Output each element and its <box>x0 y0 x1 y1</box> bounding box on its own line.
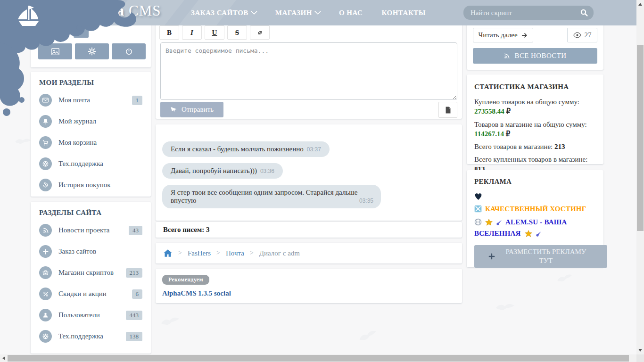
message-textarea[interactable] <box>160 42 457 100</box>
sidebar-item-news[interactable]: Новости проекта 43 <box>31 220 151 241</box>
page: AlphaCMS ЗАКАЗ САЙТОВ МАГАЗИН О НАС КОНТ… <box>0 0 644 362</box>
lifering-icon <box>39 330 52 343</box>
sidebar-item-purchase-history[interactable]: История покупок <box>31 174 151 196</box>
sidebar-item-support[interactable]: Тех.поддержка 138 <box>31 326 151 347</box>
horizontal-scrollbar-thumb[interactable] <box>8 355 629 362</box>
menu-item-shop[interactable]: МАГАЗИН <box>275 9 320 17</box>
message-composer-card: B I U S Отправить <box>156 21 462 119</box>
ads-title: РЕКЛАМА <box>474 178 596 186</box>
vertical-scrollbar-track[interactable] <box>636 0 644 354</box>
stat-money-value: 273558.44 <box>474 107 504 115</box>
menu-item-contacts[interactable]: КОНТАКТЫ <box>381 9 426 17</box>
star-icon <box>485 219 493 226</box>
italic-label: I <box>190 29 193 37</box>
stat-label: Куплено товаров на общую сумму: <box>474 98 579 106</box>
breadcrumb-user-link[interactable]: FasHers <box>188 249 211 257</box>
scroll-left-arrow[interactable] <box>2 356 5 360</box>
sidebar-item-order-sites[interactable]: Заказ сайтов <box>31 241 151 262</box>
italic-button[interactable]: I <box>182 25 202 40</box>
read-more-button[interactable]: Читать далее <box>473 28 533 42</box>
percent-icon <box>39 288 52 300</box>
hosting-ad-link[interactable]: КАЧЕСТВЕННЫЙ ХОСТИНГ <box>485 205 586 213</box>
send-button[interactable]: Отправить <box>160 102 223 117</box>
breadcrumb: > FasHers > Почта > Диалог с adm <box>156 243 462 263</box>
file-icon <box>445 106 452 114</box>
site-sections-card: РАЗДЕЛЫ САЙТА Новости проекта 43 Заказ с… <box>31 202 151 354</box>
sidebar-item-users[interactable]: Пользователи 443 <box>31 304 151 326</box>
ad-heart-line <box>474 192 596 201</box>
stat-label: Товаров в магазине на общую сумму: <box>474 121 587 128</box>
sidebar-badge: 43 <box>129 226 142 235</box>
sidebar-item-label: История покупок <box>58 181 110 189</box>
bird-watermark <box>357 328 381 346</box>
scroll-down-arrow[interactable] <box>638 349 642 352</box>
stat-label: Всего купленных товаров в магазине: <box>474 156 587 163</box>
plus-icon <box>39 245 52 258</box>
menu-item-about[interactable]: О НАС <box>339 9 363 17</box>
strikethrough-label: S <box>235 29 239 37</box>
main-menu: ЗАКАЗ САЙТОВ МАГАЗИН О НАС КОНТАКТЫ <box>191 0 426 25</box>
chat-message: Если я сказал - будешь молчать пожизненн… <box>162 141 330 157</box>
site-sections-title: РАЗДЕЛЫ САЙТА <box>31 202 151 220</box>
cart-icon <box>39 136 52 149</box>
recommended-product-link[interactable]: AlphaCMS 1.3.5 social <box>162 289 231 297</box>
search-input[interactable] <box>463 6 579 20</box>
comet-icon <box>536 231 542 237</box>
bird-watermark <box>160 316 182 330</box>
menu-label: МАГАЗИН <box>275 9 312 17</box>
lifering-icon <box>39 157 52 170</box>
message-text: Если я сказал - будешь молчать пожизненн… <box>171 145 304 153</box>
currency-symbol: ₽ <box>506 107 511 115</box>
underline-button[interactable]: U <box>205 25 224 40</box>
total-letters-label: Всего писем: <box>163 226 204 233</box>
place-ad-button[interactable]: РАЗМЕСТИТЬ РЕКЛАМУ ТУТ <box>474 245 607 268</box>
chat-message: Давай, попробуй написать)))03:36 <box>162 163 283 179</box>
sidebar-badge: 138 <box>126 332 143 341</box>
sidebar-item-my-cart[interactable]: Моя корзина <box>31 132 151 153</box>
globe-icon <box>474 218 482 226</box>
home-icon[interactable] <box>163 249 173 257</box>
chevron-down-icon <box>251 8 257 15</box>
hammer-pick-icon <box>474 205 482 213</box>
link-button[interactable] <box>250 25 270 40</box>
bold-button[interactable]: B <box>159 25 179 40</box>
heart-icon <box>474 193 482 200</box>
user-icon <box>39 309 52 321</box>
rss-icon <box>504 53 510 59</box>
sidebar-badge: 213 <box>126 268 143 278</box>
breadcrumb-separator: > <box>250 249 254 257</box>
breadcrumb-mail-link[interactable]: Почта <box>226 249 244 257</box>
sidebar-item-label: Тех.поддержка <box>58 160 103 168</box>
message-time: 03:37 <box>307 146 321 153</box>
ad-alem-line: ALEM.SU - ВАША ВСЕЛЕННАЯ <box>474 216 596 239</box>
menu-item-order-sites[interactable]: ЗАКАЗ САЙТОВ <box>191 9 256 17</box>
sidebar-item-label: Заказ сайтов <box>58 247 96 255</box>
chat-message: Я стер твои все сообщения одним запросом… <box>162 185 381 208</box>
bird-watermark <box>494 300 518 317</box>
strikethrough-button[interactable]: S <box>227 25 247 40</box>
vertical-scrollbar-thumb[interactable] <box>637 45 644 231</box>
star-icon <box>525 230 532 237</box>
all-news-button[interactable]: ВСЕ НОВОСТИ <box>473 48 597 64</box>
sidebar-item-label: Скидки и акции <box>58 290 107 298</box>
underline-label: U <box>212 29 217 37</box>
sidebar-item-script-shop[interactable]: Магазин скриптов 213 <box>31 262 151 283</box>
sidebar-item-label: Пользователи <box>58 311 100 319</box>
sidebar-badge: 6 <box>132 289 143 299</box>
shop-stats-card: СТАТИСТИКА МАГАЗИНА Куплено товаров на о… <box>467 74 603 164</box>
total-letters: Всего писем: 3 <box>156 222 462 238</box>
place-ad-label: РАЗМЕСТИТЬ РЕКЛАМУ ТУТ <box>499 247 593 266</box>
editor-toolbar: B I U S <box>159 25 270 40</box>
scroll-up-arrow[interactable] <box>638 3 642 6</box>
sidebar-item-my-support[interactable]: Тех.поддержка <box>31 153 151 174</box>
all-news-label: ВСЕ НОВОСТИ <box>514 52 566 60</box>
ad-hosting-line: КАЧЕСТВЕННЫЙ ХОСТИНГ <box>474 203 596 214</box>
paper-plane-icon <box>170 106 177 113</box>
logo[interactable] <box>0 0 141 118</box>
send-label: Отправить <box>182 106 214 114</box>
attach-file-button[interactable] <box>438 102 457 118</box>
ads-block: РЕКЛАМА КАЧЕСТВЕННЫЙ ХОСТИНГ <box>467 170 603 268</box>
search-icon[interactable] <box>580 8 588 17</box>
sidebar-item-discounts[interactable]: Скидки и акции 6 <box>31 283 151 304</box>
horizontal-scrollbar-track[interactable] <box>0 354 636 362</box>
